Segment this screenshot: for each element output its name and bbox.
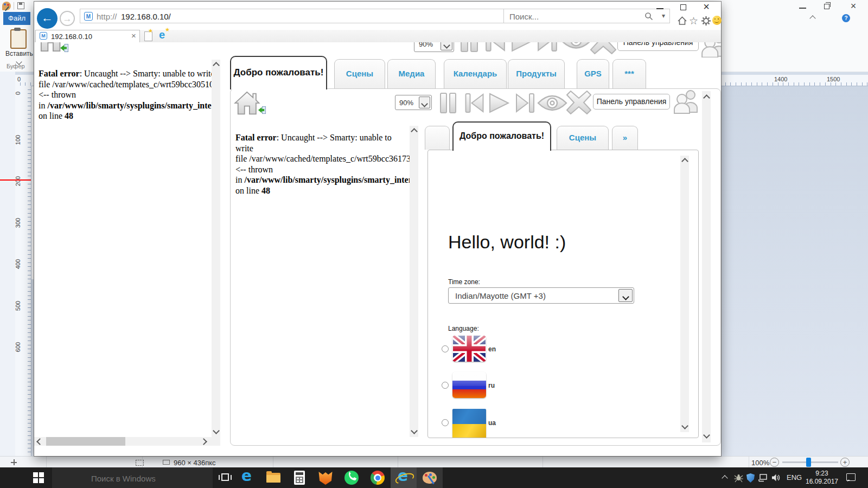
play-icon[interactable]	[488, 93, 510, 113]
minimize-button[interactable]	[656, 8, 663, 9]
tray-expand-icon[interactable]	[722, 475, 727, 481]
tab-overflow[interactable]: »	[612, 126, 638, 150]
next-icon[interactable]	[514, 93, 536, 113]
scrollbar-vertical[interactable]	[410, 126, 418, 437]
close-page-icon[interactable]	[566, 91, 591, 114]
scrollbar-down-icon[interactable]	[411, 427, 418, 434]
url-bar[interactable]: M http:// 192.168.0.10/ ▾ ↻	[80, 9, 533, 23]
search-input[interactable]	[508, 11, 630, 22]
scrollbar-up-icon[interactable]	[411, 128, 418, 135]
scrollbar-left-icon[interactable]	[36, 438, 43, 445]
paint-restore-button[interactable]	[824, 4, 829, 9]
tab-scenes[interactable]: Сцены	[557, 126, 609, 150]
language-option-en[interactable]: en	[442, 335, 550, 365]
play-icon[interactable]	[510, 42, 533, 52]
taskbar-game[interactable]	[312, 467, 339, 488]
flag-ua[interactable]	[452, 409, 486, 438]
tab-welcome[interactable]: Добро пожаловать!	[230, 56, 327, 89]
close-button[interactable]: ×	[701, 1, 711, 11]
scrollbar-vertical[interactable]	[680, 156, 689, 432]
settings-gear-icon[interactable]	[701, 16, 711, 26]
scrollbar-down-icon[interactable]	[681, 422, 688, 429]
logout-icon[interactable]	[60, 43, 69, 53]
open-edge-button[interactable]: e ★	[158, 30, 170, 42]
language-option-ua[interactable]: ua	[442, 407, 550, 438]
tab-products[interactable]: Продукты	[508, 59, 565, 88]
pause-icon[interactable]	[440, 93, 447, 113]
flag-en[interactable]	[452, 336, 486, 362]
previous-icon[interactable]	[484, 42, 506, 52]
scrollbar-vertical[interactable]	[702, 91, 711, 442]
radio-ru[interactable]	[442, 382, 449, 389]
help-icon[interactable]: ?	[842, 14, 850, 22]
tab-close-icon[interactable]: ×	[131, 31, 136, 40]
control-panel-button[interactable]: Панель управления	[593, 94, 670, 110]
language-option-ru[interactable]: ru	[442, 371, 550, 401]
scrollbar-horizontal[interactable]	[34, 437, 212, 446]
users-icon[interactable]	[673, 88, 701, 114]
tray-shield-icon[interactable]	[746, 473, 755, 483]
taskbar-chrome[interactable]	[365, 467, 391, 488]
tab-gps[interactable]: GPS	[577, 59, 609, 88]
tab-more[interactable]: ***	[612, 59, 646, 88]
zoom-select-outer[interactable]: 90%	[414, 42, 454, 52]
scrollbar-thumb[interactable]	[46, 437, 125, 446]
taskbar-explorer[interactable]	[260, 467, 286, 488]
eye-icon[interactable]	[560, 42, 592, 52]
tab-calendar[interactable]: Календарь	[444, 59, 507, 88]
tray-spider-icon[interactable]	[734, 473, 743, 483]
scrollbar-up-icon[interactable]	[703, 94, 710, 101]
search-box[interactable]: ▾	[503, 9, 670, 23]
forward-button[interactable]: →	[60, 11, 75, 26]
feedback-smiley-icon[interactable]	[712, 16, 722, 25]
close-page-icon[interactable]	[590, 42, 617, 54]
new-tab-button[interactable]: ★	[144, 31, 152, 41]
tray-volume-icon[interactable]	[771, 473, 781, 482]
paint-close-button[interactable]: ×	[848, 0, 859, 12]
clock[interactable]: 9:23 16.09.2017	[805, 470, 839, 486]
save-icon[interactable]	[17, 2, 24, 9]
tab-media[interactable]: Медиа	[387, 59, 436, 88]
taskbar-edge[interactable]: e	[234, 467, 260, 488]
users-icon[interactable]	[700, 42, 721, 57]
search-dropdown-icon[interactable]: ▾	[662, 12, 665, 20]
home-icon[interactable]	[677, 16, 687, 26]
zoom-select[interactable]: 90%	[395, 95, 432, 110]
input-language-indicator[interactable]: ENG	[787, 473, 802, 481]
browser-tab[interactable]: M 192.168.0.10 ×	[35, 30, 140, 42]
flag-ru[interactable]	[452, 372, 486, 398]
taskbar-search[interactable]	[52, 467, 213, 488]
pause-icon[interactable]	[461, 42, 468, 52]
taskbar-search-input[interactable]	[90, 472, 206, 485]
next-icon[interactable]	[537, 42, 558, 52]
start-button[interactable]	[26, 467, 52, 488]
previous-icon[interactable]	[464, 93, 484, 113]
zoom-in-button[interactable]: +	[840, 458, 850, 467]
taskbar-calculator[interactable]	[286, 467, 312, 488]
scrollbar-vertical[interactable]	[212, 60, 220, 437]
paint-file-tab[interactable]: Файл	[3, 12, 30, 25]
action-center-icon[interactable]	[846, 473, 856, 481]
scrollbar-up-icon[interactable]	[681, 158, 688, 165]
scrollbar-down-icon[interactable]	[213, 427, 220, 434]
back-button[interactable]: ←	[37, 8, 58, 29]
eye-icon[interactable]	[537, 92, 567, 114]
taskbar-internet-explorer[interactable]: e	[391, 467, 417, 488]
search-icon[interactable]	[644, 12, 653, 21]
pause-icon[interactable]	[470, 42, 478, 52]
maximize-button[interactable]	[680, 4, 686, 10]
radio-ua[interactable]	[442, 419, 449, 426]
taskbar-whatsapp[interactable]	[339, 467, 365, 488]
scrollbar-up-icon[interactable]	[213, 62, 220, 69]
tray-network-icon[interactable]	[758, 474, 768, 482]
zoom-slider-thumb[interactable]	[806, 458, 811, 467]
paint-minimize-button[interactable]	[799, 8, 806, 9]
tab-welcome[interactable]: Добро пожаловать!	[452, 121, 551, 151]
tab-scenes[interactable]: Сцены	[334, 59, 385, 88]
zoom-out-button[interactable]: −	[770, 458, 779, 467]
logout-icon[interactable]	[258, 106, 266, 114]
favorites-star-icon[interactable]: ☆	[689, 15, 698, 27]
radio-en[interactable]	[442, 345, 449, 352]
tab-blank[interactable]	[425, 126, 450, 150]
pause-icon[interactable]	[449, 93, 456, 113]
